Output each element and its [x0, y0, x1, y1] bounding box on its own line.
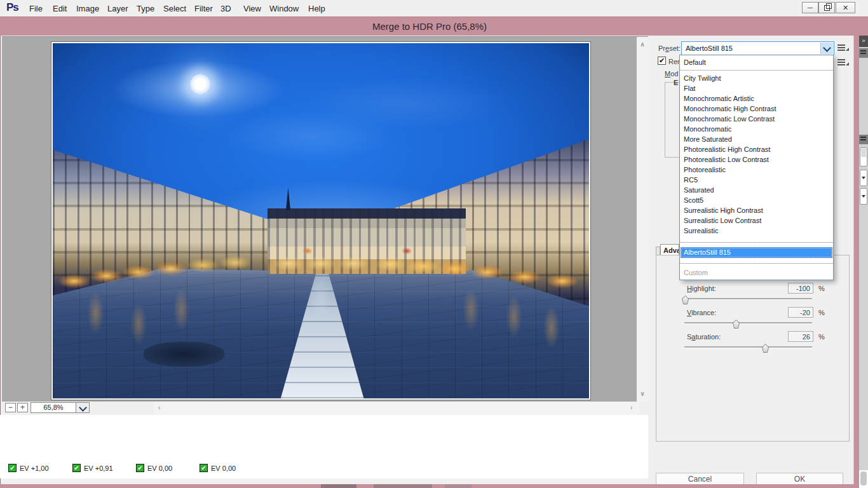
vibrance-value-field[interactable]: -20	[788, 307, 813, 318]
preset-option[interactable]: Saturated	[681, 186, 836, 196]
screen: Ps File Edit Image Layer Type Select Fil…	[0, 0, 868, 488]
preset-option[interactable]: Photorealistic	[681, 165, 836, 176]
tab-strip-edge	[656, 247, 660, 255]
saturation-value-field[interactable]: 26	[788, 331, 813, 342]
scroll-up-icon[interactable]: ∧	[640, 41, 645, 48]
highlight-label: Highlight:	[687, 285, 716, 292]
separator	[680, 242, 833, 243]
zoom-level-field[interactable]: 65,8%	[31, 402, 76, 413]
preset-option-selected[interactable]: AlbertoStill 815	[681, 247, 832, 258]
menu-file[interactable]: File	[29, 4, 43, 13]
preset-option[interactable]: Surrealistic	[681, 226, 836, 237]
expand-panels-icon[interactable]: »	[859, 36, 868, 47]
menu-select[interactable]: Select	[163, 4, 186, 13]
preset-option[interactable]: Flat	[681, 84, 836, 95]
vibrance-unit: %	[818, 309, 825, 316]
dock-dropdown-button[interactable]	[860, 188, 867, 205]
scroll-down-icon[interactable]: ∨	[640, 390, 645, 397]
remove-ghosts-checkbox[interactable]: ✔	[658, 57, 666, 65]
dialog-title: Merge to HDR Pro (65,8%)	[0, 21, 859, 32]
preset-option[interactable]: RC5	[681, 175, 836, 186]
preset-option[interactable]: Photorealistic High Contrast	[681, 145, 836, 156]
remove-ghosts-label: Remo	[668, 58, 679, 65]
highlight-value-field[interactable]: -100	[788, 283, 813, 294]
preset-dropdown-button[interactable]	[820, 43, 833, 54]
zoom-level-dropdown[interactable]	[76, 402, 90, 413]
source-filmstrip: ✔ ✔ ✔ ✔ EV +1,00 EV +0,91 EV 0,00 EV 0,0…	[0, 415, 648, 478]
hdr-preview-image	[53, 43, 589, 398]
preset-option[interactable]: City Twilight	[681, 74, 836, 85]
mode-label: Mod	[665, 70, 678, 78]
preset-option[interactable]: Photorealistic Low Contrast	[681, 155, 836, 166]
panel-menu-icon[interactable]	[859, 135, 868, 144]
preset-option[interactable]: Surrealistic Low Contrast	[681, 216, 836, 227]
dock-toggle[interactable]	[860, 147, 867, 166]
preview-horizontal-scrollbar[interactable]: ‹ ›	[154, 402, 639, 414]
preset-option[interactable]: Surrealistic High Contrast	[681, 206, 836, 217]
frame4-checkbox[interactable]: ✔	[200, 464, 208, 472]
preset-option[interactable]: Scott5	[681, 196, 836, 207]
menu-bar: Ps File Edit Image Layer Type Select Fil…	[0, 0, 868, 17]
zoom-in-button[interactable]: +	[17, 403, 28, 412]
frame1-checkbox[interactable]: ✔	[8, 464, 17, 472]
panel-dock-strip: »	[859, 36, 868, 488]
advanced-tab-panel	[656, 255, 850, 442]
preset-option[interactable]: Monochromatic Low Contrast	[681, 114, 836, 125]
frame2-ev-label: EV +0,91	[84, 464, 113, 472]
preset-option[interactable]: More Saturated	[681, 135, 836, 146]
zoom-out-button[interactable]: −	[5, 403, 16, 412]
preset-option[interactable]: Monochromatic High Contrast	[681, 104, 836, 115]
preset-option[interactable]: Monochromatic Artistic	[681, 94, 836, 105]
highlight-slider-track[interactable]	[684, 298, 812, 299]
scroll-right-icon[interactable]: ›	[630, 404, 632, 411]
menu-image[interactable]: Image	[76, 4, 99, 13]
menu-edit[interactable]: Edit	[53, 4, 67, 13]
highlight-unit: %	[818, 285, 825, 292]
preview-image-frame	[51, 41, 591, 400]
saturation-unit: %	[818, 333, 825, 341]
minimize-button[interactable]: ─	[802, 2, 818, 13]
frame3-checkbox[interactable]: ✔	[136, 464, 144, 472]
close-button[interactable]: ✕	[836, 2, 855, 13]
response-curve-menu-icon[interactable]	[837, 59, 845, 65]
preset-combobox[interactable]: AlbertoStill 815	[681, 41, 834, 55]
vibrance-label: Vibrance:	[687, 309, 716, 316]
photoshop-logo: Ps	[6, 1, 18, 14]
taskbar-hint	[445, 484, 471, 488]
separator	[680, 263, 833, 264]
preset-option-custom: Custom	[681, 268, 836, 279]
preset-menu-icon[interactable]	[837, 44, 845, 51]
saturation-slider-track[interactable]	[684, 346, 812, 348]
menu-filter[interactable]: Filter	[194, 4, 213, 13]
preset-dropdown-list: Default City Twilight Flat Monochromatic…	[679, 55, 834, 280]
tab-advanced[interactable]: Adva	[660, 244, 679, 255]
taskbar-hint	[374, 484, 432, 488]
background-scrollbar[interactable]	[859, 470, 868, 488]
panel-menu-icon[interactable]	[859, 48, 868, 58]
preset-value: AlbertoStill 815	[686, 44, 733, 52]
scroll-left-icon[interactable]: ‹	[158, 404, 160, 411]
menu-type[interactable]: Type	[137, 4, 154, 13]
preview-vertical-scrollbar[interactable]: ∧ ∨	[637, 37, 648, 402]
dock-dropdown-button[interactable]	[860, 170, 867, 186]
menu-window[interactable]: Window	[269, 4, 299, 13]
separator	[680, 70, 833, 71]
dialog-title-bar[interactable]: Merge to HDR Pro (65,8%)	[0, 17, 868, 36]
edge-glow-label-fragment: E	[674, 79, 678, 86]
vibrance-slider-track[interactable]	[684, 322, 812, 323]
preset-label: Preset:	[658, 44, 681, 52]
preset-option[interactable]: Monochromatic	[681, 125, 836, 135]
restore-icon	[824, 5, 830, 11]
frame2-checkbox[interactable]: ✔	[72, 464, 81, 472]
preset-option[interactable]: Default	[681, 56, 836, 71]
menu-layer[interactable]: Layer	[107, 4, 128, 13]
photo-light-glows	[53, 43, 589, 398]
menu-view[interactable]: View	[243, 4, 261, 13]
restore-button[interactable]	[818, 2, 835, 13]
taskbar-hint	[321, 484, 356, 488]
frame1-ev-label: EV +1,00	[20, 464, 49, 472]
chevron-down-icon	[823, 44, 831, 52]
menu-help[interactable]: Help	[308, 4, 325, 13]
frame4-ev-label: EV 0,00	[211, 464, 236, 472]
menu-3d[interactable]: 3D	[220, 4, 231, 13]
